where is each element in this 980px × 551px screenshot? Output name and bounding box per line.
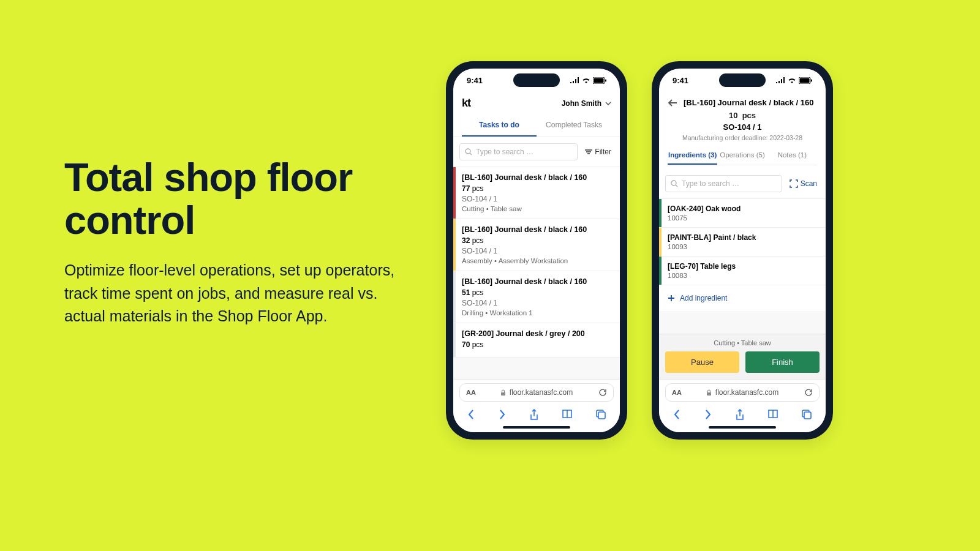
reload-icon[interactable] (804, 388, 813, 397)
task-qty: 51 pcs (462, 288, 612, 297)
search-input[interactable]: Type to search … (459, 143, 578, 160)
scan-label: Scan (801, 179, 817, 188)
status-stripe (453, 323, 456, 357)
signal-icon (775, 77, 785, 83)
reload-icon[interactable] (598, 388, 607, 397)
search-icon (671, 180, 678, 187)
dynamic-island (513, 73, 560, 87)
hero-title: Total shop floor control (64, 156, 395, 242)
detail-title: [BL-160] Journal desk / black / 160 (684, 98, 813, 107)
forward-icon[interactable] (498, 409, 507, 421)
task-so: SO-104 / 1 (462, 247, 612, 255)
finish-button[interactable]: Finish (745, 351, 820, 373)
scan-icon (790, 179, 798, 188)
tab-tasks-completed[interactable]: Completed Tasks (537, 114, 611, 137)
task-op: Assembly • Assembly Workstation (462, 257, 612, 264)
scan-button[interactable]: Scan (787, 175, 820, 192)
task-list: [BL-160] Journal desk / black / 160 77 p… (453, 167, 620, 379)
tab-operations[interactable]: Operations (5) (717, 146, 767, 165)
detail-so: SO-104 / 1 (668, 122, 817, 132)
text-size-icon[interactable]: AA (672, 389, 682, 396)
hero-copy: Total shop floor control Optimize floor-… (64, 156, 395, 328)
phone-detail: 9:41 [BL-160] Journal desk / black / 160 (652, 61, 833, 440)
back-button[interactable] (668, 99, 677, 107)
action-context: Cutting • Table saw (665, 339, 820, 347)
ingredient-num: 10075 (668, 214, 818, 222)
ingredient-title: [LEG-70] Table legs (668, 262, 818, 271)
task-row[interactable]: [BL-160] Journal desk / black / 160 77 p… (453, 167, 620, 219)
svg-line-4 (470, 153, 472, 155)
task-qty: 32 pcs (462, 236, 612, 245)
task-so: SO-104 / 1 (462, 195, 612, 203)
status-stripe (659, 199, 662, 227)
status-stripe (659, 228, 662, 256)
svg-line-15 (676, 185, 677, 187)
svg-rect-16 (707, 392, 711, 395)
svg-rect-2 (605, 79, 606, 81)
arrow-left-icon (668, 99, 677, 107)
tab-ingredients[interactable]: Ingredients (3) (668, 146, 717, 165)
tab-tasks-todo[interactable]: Tasks to do (462, 114, 537, 137)
battery-icon (799, 77, 812, 84)
status-time: 9:41 (673, 76, 688, 85)
search-input[interactable]: Type to search … (665, 175, 782, 192)
bookmarks-icon[interactable] (767, 409, 778, 421)
user-menu[interactable]: John Smith (562, 99, 611, 108)
filter-button[interactable]: Filter (582, 143, 614, 160)
phone-mockups: 9:41 kt John Smith (446, 61, 833, 440)
detail-qty: 10 pcs (729, 111, 756, 120)
status-time: 9:41 (467, 76, 483, 85)
battery-icon (593, 77, 606, 84)
back-icon[interactable] (673, 409, 681, 421)
status-bar: 9:41 (453, 69, 620, 92)
svg-rect-8 (501, 392, 505, 395)
pause-button[interactable]: Pause (665, 351, 739, 373)
task-so: SO-104 / 1 (462, 299, 612, 307)
task-op: Cutting • Table saw (462, 205, 612, 212)
filter-icon (585, 149, 592, 155)
status-bar: 9:41 (659, 69, 826, 92)
ingredient-row[interactable]: [LEG-70] Table legs 10083 (659, 257, 826, 285)
lock-icon (500, 389, 506, 396)
detail-deadline: Manufacturing order deadline: 2022-03-28 (668, 134, 817, 141)
tabs-icon[interactable] (801, 409, 812, 421)
url-text: floor.katanasfc.com (715, 388, 778, 397)
share-icon[interactable] (735, 409, 745, 421)
svg-point-14 (671, 181, 676, 186)
add-ingredient-label: Add ingredient (680, 294, 727, 302)
task-row[interactable]: [BL-160] Journal desk / black / 160 51 p… (453, 271, 620, 323)
filter-label: Filter (595, 148, 611, 156)
back-icon[interactable] (467, 409, 475, 421)
status-stripe (659, 257, 662, 285)
bookmarks-icon[interactable] (562, 409, 573, 421)
tabs-icon[interactable] (595, 409, 606, 421)
task-title: [BL-160] Journal desk / black / 160 (462, 225, 612, 234)
url-bar[interactable]: AA floor.katanasfc.com (459, 383, 614, 402)
url-text: floor.katanasfc.com (510, 388, 573, 397)
task-title: [GR-200] Journal desk / grey / 200 (462, 329, 612, 338)
task-row[interactable]: [GR-200] Journal desk / grey / 200 70 pc… (453, 323, 620, 358)
ingredient-list: [OAK-240] Oak wood 10075 [PAINT-BLA] Pai… (659, 199, 826, 285)
svg-rect-1 (594, 78, 604, 83)
task-row[interactable]: [BL-160] Journal desk / black / 160 32 p… (453, 219, 620, 271)
svg-rect-13 (811, 79, 812, 81)
status-indicators (775, 77, 812, 84)
text-size-icon[interactable]: AA (466, 389, 476, 396)
hero-body: Optimize floor-level operations, set up … (64, 259, 395, 328)
ingredient-row[interactable]: [PAINT-BLA] Paint / black 10093 (659, 228, 826, 257)
status-stripe (453, 219, 456, 271)
lock-icon (706, 389, 712, 396)
add-ingredient-button[interactable]: Add ingredient (659, 285, 826, 311)
status-stripe (453, 167, 456, 219)
ingredient-title: [OAK-240] Oak wood (668, 204, 818, 213)
status-stripe (453, 271, 456, 323)
url-bar[interactable]: AA floor.katanasfc.com (665, 383, 820, 402)
status-indicators (570, 77, 606, 84)
ingredient-row[interactable]: [OAK-240] Oak wood 10075 (659, 199, 826, 228)
tab-notes[interactable]: Notes (1) (767, 146, 817, 165)
forward-icon[interactable] (704, 409, 712, 421)
task-title: [BL-160] Journal desk / black / 160 (462, 173, 612, 182)
share-icon[interactable] (529, 409, 539, 421)
ingredient-num: 10083 (668, 272, 818, 279)
app-logo: kt (462, 97, 470, 110)
